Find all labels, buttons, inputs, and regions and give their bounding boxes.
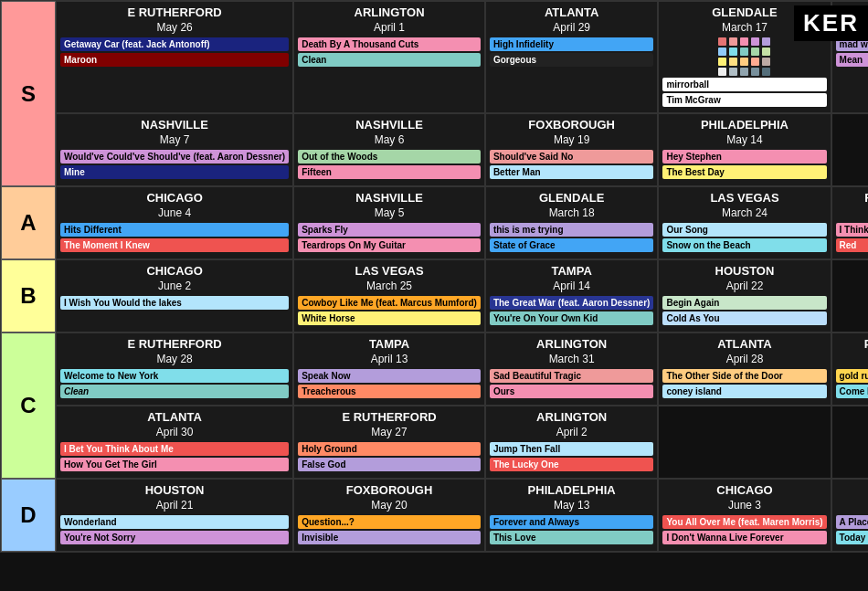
empty-cell — [831, 113, 868, 186]
city-name: FOXBOROUGH — [836, 191, 868, 205]
song-badge: Snow on the Beach — [662, 238, 826, 252]
song-badge: False God — [298, 458, 481, 471]
city-name: ARLINGTON — [298, 5, 481, 19]
concert-date: May 7 — [60, 133, 289, 146]
concert-date: April 29 — [490, 21, 654, 34]
city-name: ATLANTA — [490, 5, 654, 19]
song-badge: Treacherous — [298, 385, 481, 398]
song-badge: The Lucky One — [490, 458, 654, 471]
concert-date: April 30 — [60, 426, 289, 438]
dot — [740, 47, 748, 56]
concert-cell: CHICAGO June 3 You All Over Me (feat. Ma… — [658, 479, 831, 552]
concert-date: March 31 — [490, 353, 654, 365]
dot — [762, 47, 770, 56]
city-name: TAMPA — [298, 337, 481, 351]
city-name: LAS VEGAS — [298, 264, 481, 278]
city-name: LAS VEGAS — [662, 191, 826, 205]
song-badge: Out of the Woods — [298, 150, 481, 164]
concert-date: May 21 — [836, 206, 868, 219]
city-name: NASHVILLE — [298, 191, 481, 205]
concert-cell: ATLANTA April 29 High InfidelityGorgeous — [485, 1, 659, 113]
city-name: E RUTHERFORD — [60, 5, 289, 19]
city-name: NASHVILLE — [298, 118, 481, 132]
tier-label-B: B — [1, 259, 56, 332]
dot — [718, 68, 726, 76]
song-badge: Wonderland — [60, 515, 289, 529]
song-badge: Maroon — [60, 53, 289, 67]
song-badge: Forever and Always — [490, 515, 654, 529]
city-name: E RUTHERFORD — [60, 337, 289, 351]
city-name: TAMPA — [490, 264, 654, 278]
concert-cell: FOXBOROUGH May 21 I Think He KnowsRed — [831, 186, 868, 259]
dot — [729, 58, 737, 66]
city-name: PHILADELPHIA — [662, 118, 826, 132]
song-badge: This Love — [490, 531, 654, 544]
concert-date: April 1 — [298, 21, 481, 34]
song-badge: Cold As You — [662, 311, 826, 325]
concert-cell: NASHVILLE May 5 Sparks FlyTeardrops On M… — [293, 186, 485, 259]
song-badge: Death By A Thousand Cuts — [298, 37, 481, 51]
concert-cell: TAMPA April 13 Speak NowTreacherous — [293, 332, 485, 406]
concert-date: May 27 — [298, 426, 481, 438]
concert-cell: NASHVILLE May 6 Out of the WoodsFifteen — [293, 113, 485, 186]
concert-cell: ARLINGTON April 1 Death By A Thousand Cu… — [293, 1, 485, 113]
dot — [729, 68, 737, 76]
concert-date: March 18 — [490, 206, 654, 219]
city-name: ATLANTA — [662, 337, 826, 351]
city-name: HOUSTON — [60, 483, 289, 497]
song-badge: Welcome to New York — [60, 369, 289, 383]
city-name: FOXBOROUGH — [298, 483, 481, 497]
song-badge: High Infidelity — [490, 37, 654, 51]
concert-date: April 14 — [490, 280, 654, 292]
concert-cell: E RUTHERFORD May 27 Holy GroundFalse God — [293, 406, 485, 479]
concert-date: March 24 — [662, 206, 826, 219]
concert-date: June 3 — [662, 499, 826, 512]
concert-date: May 19 — [490, 133, 654, 146]
song-badge: Jump Then Fall — [490, 442, 654, 456]
concert-date: May 26 — [60, 21, 289, 34]
song-badge: Begin Again — [662, 296, 826, 310]
song-badge: Ours — [490, 385, 654, 398]
song-badge: I Don't Wanna Live Forever — [662, 531, 826, 544]
song-badge: Holy Ground — [298, 442, 481, 456]
song-badge: Sad Beautiful Tragic — [490, 369, 654, 383]
concert-cell: ATLANTA April 30 I Bet You Think About M… — [56, 406, 293, 479]
song-badge: A Place in This World — [836, 515, 868, 529]
concert-cell: NASHVILLE May 7 Would've Could've Should… — [56, 113, 293, 186]
city-name: CHICAGO — [662, 483, 826, 497]
concert-date: May 28 — [60, 353, 289, 365]
song-badge: I Think He Knows — [836, 223, 868, 237]
song-badge: Gorgeous — [490, 53, 654, 67]
song-badge: The Great War (feat. Aaron Dessner) — [490, 296, 654, 310]
song-badge: Would've Could've Should've (feat. Aaron… — [60, 150, 289, 164]
tier-grid: S E RUTHERFORD May 26 Getaway Car (feat.… — [0, 0, 868, 553]
concert-date: April 21 — [60, 499, 289, 512]
concert-date: June 2 — [60, 280, 289, 292]
city-name: PHILADELPHIA — [836, 337, 868, 351]
city-name: ATLANTA — [60, 410, 289, 424]
city-name: PHILADELPHIA — [490, 483, 654, 497]
concert-cell: LAS VEGAS March 24 Our SongSnow on the B… — [658, 186, 831, 259]
song-badge: this is me trying — [490, 223, 654, 237]
song-badge: Today Was a Fairytale TV — [836, 531, 868, 544]
song-badge: You All Over Me (feat. Maren Morris) — [662, 515, 826, 529]
dot — [751, 47, 759, 56]
city-name: FOXBOROUGH — [490, 118, 654, 132]
song-badge: Getaway Car (feat. Jack Antonoff) — [60, 37, 289, 51]
song-badge: Hey Stephen — [662, 150, 826, 164]
dot — [740, 58, 748, 66]
concert-cell: CHICAGO June 4 Hits DifferentThe Moment … — [56, 186, 293, 259]
concert-date: March 25 — [298, 280, 481, 292]
empty-cell — [658, 406, 831, 479]
concert-cell: E RUTHERFORD May 26 Getaway Car (feat. J… — [56, 1, 293, 113]
song-badge: Speak Now — [298, 369, 481, 383]
song-badge: I Bet You Think About Me — [60, 442, 289, 456]
song-badge: Should've Said No — [490, 150, 654, 164]
song-badge: mirrorball — [662, 78, 826, 91]
tier-label-S: S — [1, 1, 56, 186]
dot — [729, 37, 737, 46]
song-badge: Come Back...Be Here — [836, 385, 868, 398]
concert-date: April 2 — [490, 426, 654, 438]
concert-date: May 13 — [490, 499, 654, 512]
city-name: NASHVILLE — [60, 118, 289, 132]
